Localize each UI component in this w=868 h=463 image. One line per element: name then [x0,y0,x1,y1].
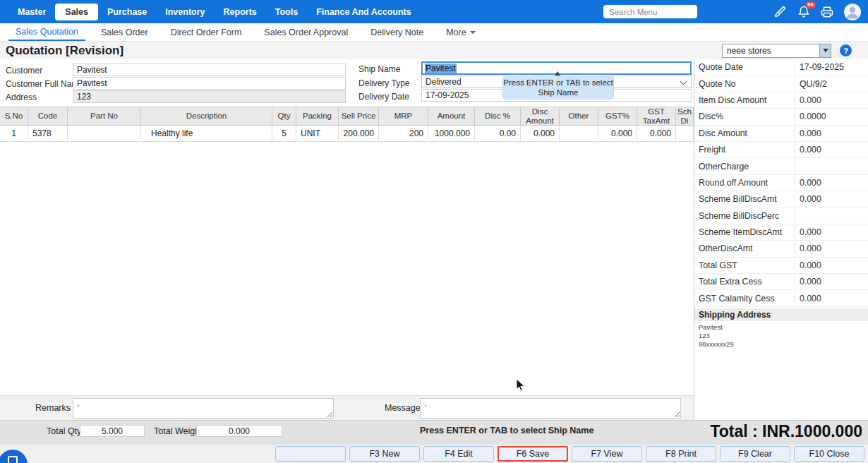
summary-label: OtherCharge [694,162,795,172]
f6-save-button[interactable]: F6 Save [498,446,568,462]
customer-input[interactable] [73,64,346,76]
nav-tools[interactable]: Tools [266,3,307,21]
address-label: Address [6,92,37,102]
f9-clear-button[interactable]: F9 Clear [720,446,790,462]
summary-value[interactable]: 0.000 [795,191,868,207]
cell-packing[interactable]: UNIT [296,126,339,141]
summary-value[interactable]: 0.000 [795,274,868,289]
summary-row-disc-amount: Disc Amount 0.000 [694,126,868,142]
summary-row-scheme-billdiscamt: Scheme BillDiscAmt 0.000 [694,191,868,208]
summary-value[interactable] [795,158,868,174]
sales-submenu-bar: Sales Quotation Sales Order Direct Order… [0,23,868,42]
summary-value[interactable]: QU/9/2 [795,76,868,91]
cell-mrp[interactable]: 200 [379,126,428,141]
theme-brush-icon[interactable] [773,5,787,18]
summary-value[interactable]: 0.000 [795,175,868,191]
nav-inventory[interactable]: Inventory [156,3,214,21]
summary-value[interactable]: 0.000 [795,241,868,256]
search-menu-input[interactable] [603,5,697,18]
nav-reports[interactable]: Reports [215,3,266,21]
cell-disc-pct[interactable]: 0.00 [475,126,521,141]
cell-code[interactable]: 5378 [28,126,68,141]
tab-more[interactable]: More [439,23,482,41]
help-icon[interactable]: ? [840,44,852,56]
notifications-bell-icon[interactable]: 96 [797,6,810,18]
summary-value[interactable]: 0.000 [795,92,868,108]
tab-sales-quotation[interactable]: Sales Quotation [8,23,85,41]
tab-direct-order-form[interactable]: Direct Order Form [164,23,249,41]
summary-value[interactable]: 0.000 [795,142,868,157]
shipping-address-line: Pavitest [699,323,864,332]
mouse-cursor [516,378,526,392]
f4-edit-button[interactable]: F4 Edit [423,446,494,462]
delivery-type-value: Delivered [426,77,462,87]
cell-other[interactable] [560,126,598,141]
summary-value[interactable] [795,208,868,224]
store-selector-dropdown-button[interactable] [819,44,831,57]
line-items-table: S.No Code Part No Description Qty Packin… [0,107,694,142]
cell-part-no[interactable] [68,126,141,141]
f10-close-button[interactable]: F10 Close [794,446,864,462]
cell-amount[interactable]: 1000.000 [428,126,475,141]
user-avatar[interactable] [844,4,861,20]
summary-value[interactable]: 0.0000 [795,109,868,124]
col-disc-amount: Disc Amount [521,107,560,125]
summary-row-other-charge: OtherCharge [694,158,868,174]
customer-full-name-label: Customer Full Name [6,79,83,89]
message-textarea[interactable]: · [420,398,681,419]
chevron-down-icon [470,31,476,34]
col-description: Description [141,107,272,125]
summary-label: Scheme BillDiscPerc [694,211,795,221]
summary-label: Disc Amount [694,128,795,138]
f7-view-button[interactable]: F7 View [572,446,642,462]
cell-gst-pct[interactable]: 0.000 [598,126,637,141]
store-selector-combobox[interactable]: neee stores [722,44,831,58]
cell-qty[interactable]: 5 [272,126,296,141]
chat-icon [8,456,18,463]
delivery-type-label: Delivery Type [358,78,409,88]
message-label: Message [385,403,421,413]
col-code: Code [28,107,68,125]
summary-value[interactable]: 0.000 [795,224,868,240]
shipping-address-title: Shipping Address [694,308,868,321]
printer-icon[interactable] [821,6,833,18]
summary-row-disc-pct: Disc% 0.0000 [694,109,868,125]
blank-button[interactable] [275,446,346,462]
status-message: Press ENTER or TAB to select Ship Name [420,426,593,435]
cell-description[interactable]: Healthy life [141,126,272,141]
col-packing: Packing [296,107,339,125]
f3-new-button[interactable]: F3 New [349,446,420,462]
summary-value[interactable]: 0.000 [795,126,868,141]
table-row[interactable]: 1 5378 Healthy life 5 UNIT 200.000 200 1… [0,126,694,142]
col-other: Other [560,107,598,125]
address-input[interactable] [73,90,346,103]
remarks-textarea[interactable]: · [73,398,334,419]
cell-disc-amount[interactable]: 0.000 [521,126,560,141]
nav-master[interactable]: Master [8,3,55,21]
nav-sales[interactable]: Sales [55,4,98,20]
grand-total: Total : INR.1000.000 [710,422,862,441]
page-title: Quotation [Revision] [6,44,123,58]
tab-more-label: More [446,28,466,37]
cell-scheme-disc[interactable] [676,126,694,141]
cell-sno[interactable]: 1 [0,126,28,141]
select-chevron-icon [680,78,687,85]
nav-purchase[interactable]: Purchase [98,3,156,21]
summary-row-quote-date: Quote Date 17-09-2025 [694,59,868,76]
total-weight-input[interactable] [196,425,282,437]
tab-delivery-note[interactable]: Delivery Note [363,23,430,41]
tab-sales-order[interactable]: Sales Order [94,23,155,41]
f8-print-button[interactable]: F8 Print [646,446,716,462]
summary-value[interactable]: 0.000 [795,258,868,273]
cell-sell-price[interactable]: 200.000 [339,126,379,141]
customer-full-name-input[interactable] [73,77,346,90]
customer-label: Customer [6,66,42,76]
total-qty-input[interactable] [80,425,145,437]
cell-gst-taxamt[interactable]: 0.000 [637,126,676,141]
col-amount: Amount [428,107,475,125]
summary-value[interactable]: 0.000 [795,290,868,306]
summary-value[interactable]: 17-09-2025 [795,59,868,75]
totals-bar: Total Qty Total Weight Press ENTER or TA… [0,420,868,445]
nav-finance-and-accounts[interactable]: Finance And Accounts [307,3,421,21]
tab-sales-order-approval[interactable]: Sales Order Approval [257,23,355,41]
